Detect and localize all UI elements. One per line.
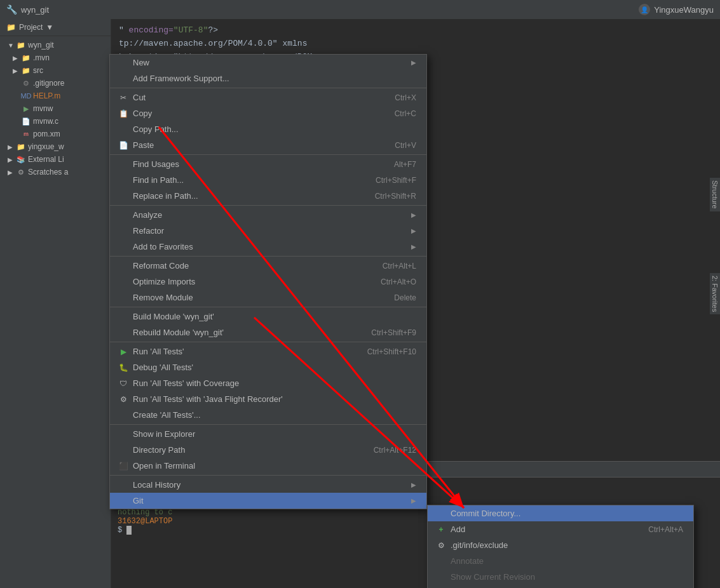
git-menu-annotate: Annotate [428,553,693,569]
menu-item-analyze[interactable]: Analyze ▶ [110,207,426,223]
exclude-icon: ⚙ [435,541,447,550]
menu-label: Run 'All Tests' with 'Java Flight Record… [133,394,416,404]
tree-item-yingxue[interactable]: ▶ 📁 yingxue_w [0,140,111,153]
recorder-icon: ⚙ [118,395,129,404]
sidebar-header[interactable]: 📁 Project ▼ [0,19,111,36]
menu-item-add-favorites[interactable]: Add to Favorites ▶ [110,239,426,255]
menu-item-replace-in-path[interactable]: Replace in Path... Ctrl+Shift+R [110,188,426,204]
menu-label: Find in Path... [133,175,363,185]
shortcut: Ctrl+Shift+F10 [367,347,416,356]
shortcut: Alt+F7 [394,160,416,169]
menu-item-reformat[interactable]: Reformat Code Ctrl+Alt+L [110,258,426,274]
menu-item-refactor[interactable]: Refactor ▶ [110,223,426,239]
menu-label: Local History [133,480,407,490]
menu-item-optimize[interactable]: Optimize Imports Ctrl+Alt+O [110,274,426,290]
tree-item-mvnw[interactable]: ▶ mvnw [0,102,111,115]
menu-label: Copy Path... [133,124,416,134]
tree-item-gitignore[interactable]: ⚙ .gitignore [0,77,111,90]
menu-item-create-tests[interactable]: Create 'All Tests'... [110,407,426,423]
tree-label: src [33,66,43,75]
expand-arrow: ▶ [8,156,14,163]
menu-label: Analyze [133,210,407,220]
cut-icon: ✂ [118,93,129,102]
tree-label: Scratches a [28,168,68,177]
md-icon: MD [22,91,31,100]
tree-item-external[interactable]: ▶ 📚 External Li [0,153,111,166]
menu-label: Run 'All Tests' [133,347,355,356]
menu-label: Run 'All Tests' with Coverage [133,378,416,388]
menu-label: Show Current Revision [451,572,683,582]
tree-item-pom[interactable]: m pom.xm [0,128,111,140]
menu-item-rebuild-module[interactable]: Rebuild Module 'wyn_git' Ctrl+Shift+F9 [110,324,426,340]
tree-item-help[interactable]: MD HELP.m [0,90,111,102]
shortcut: Ctrl+C [395,109,416,118]
app-icon: 🔧 [6,4,17,15]
menu-item-git[interactable]: Git ▶ [110,493,426,509]
dropdown-arrow[interactable]: ▼ [46,23,53,32]
tree-item-scratches[interactable]: ▶ ⚙ Scratches a [0,166,111,178]
menu-item-add-framework[interactable]: Add Framework Support... [110,70,426,86]
run-icon: ▶ [118,347,129,356]
git-menu-show-revision: Show Current Revision [428,569,693,585]
menu-item-paste[interactable]: 📄 Paste Ctrl+V [110,137,426,153]
menu-item-directory-path[interactable]: Directory Path Ctrl+Alt+F12 [110,442,426,458]
menu-label: Annotate [451,556,683,566]
file-icon: ⚙ [22,79,31,88]
menu-item-new[interactable]: New ▶ [110,55,426,70]
menu-separator [110,475,426,476]
menu-label: Remove Module [133,293,381,302]
menu-label: Commit Directory... [451,509,683,518]
terminal-prompt: 31632@LAPTOP [118,517,172,526]
tree-item-wyn-git[interactable]: ▼ 📁 wyn_git [0,39,111,51]
menu-item-cut[interactable]: ✂ Cut Ctrl+X [110,90,426,105]
folder-icon: 📁 [22,53,31,62]
username: YingxueWangyu [654,5,714,15]
menu-label: Optimize Imports [133,277,368,286]
debug-icon: 🐛 [118,363,129,372]
tree-item-mvn[interactable]: ▶ 📁 .mvn [0,51,111,64]
shortcut: Ctrl+Shift+F9 [371,328,416,337]
expand-arrow: ▼ [8,42,14,49]
menu-item-remove-module[interactable]: Remove Module Delete [110,290,426,305]
tree-label: yingxue_w [28,142,64,151]
scratch-icon: ⚙ [17,168,25,177]
shortcut: Ctrl+Alt+F12 [374,446,416,455]
tree-label: .mvn [33,53,50,62]
git-menu-exclude[interactable]: ⚙ .git/info/exclude [428,537,693,553]
menu-item-run-recorder[interactable]: ⚙ Run 'All Tests' with 'Java Flight Reco… [110,391,426,407]
menu-item-local-history[interactable]: Local History ▶ [110,477,426,493]
menu-item-run-tests[interactable]: ▶ Run 'All Tests' Ctrl+Shift+F10 [110,344,426,359]
tree-item-src[interactable]: ▶ 📁 src [0,64,111,77]
menu-label: Paste [133,140,382,150]
xml-icon: m [22,130,31,138]
menu-item-copy-path[interactable]: Copy Path... [110,121,426,137]
menu-label: Refactor [133,226,407,236]
menu-separator [110,342,426,342]
menu-separator [110,424,426,425]
tree-item-mvnw-cmd[interactable]: 📄 mvnw.c [0,115,111,128]
menu-item-copy[interactable]: 📋 Copy Ctrl+C [110,105,426,121]
project-label: Project [19,23,43,32]
menu-label: New [133,58,407,67]
menu-label: Show in Explorer [133,429,416,439]
menu-label: .git/info/exclude [451,540,683,550]
submenu-arrow: ▶ [411,227,416,234]
submenu-arrow: ▶ [411,481,416,488]
git-menu-commit[interactable]: Commit Directory... [428,505,693,521]
menu-item-run-coverage[interactable]: 🛡 Run 'All Tests' with Coverage [110,375,426,391]
cmd-icon: 📄 [22,117,31,126]
menu-separator [110,88,426,88]
menu-item-show-explorer[interactable]: Show in Explorer [110,426,426,442]
menu-label: Replace in Path... [133,191,362,201]
menu-item-debug-tests[interactable]: 🐛 Debug 'All Tests' [110,359,426,375]
menu-item-build-module[interactable]: Build Module 'wyn_git' [110,309,426,324]
shortcut: Ctrl+X [395,93,416,102]
menu-item-find-usages[interactable]: Find Usages Alt+F7 [110,156,426,172]
menu-item-open-terminal[interactable]: ⬛ Open in Terminal [110,458,426,474]
menu-item-find-in-path[interactable]: Find in Path... Ctrl+Shift+F [110,172,426,188]
menu-separator [110,256,426,257]
tree-label: External Li [28,155,64,164]
git-menu-add[interactable]: + Add Ctrl+Alt+A [428,521,693,537]
structure-label: Structure [710,178,720,211]
terminal-output: nothing to c [118,508,172,517]
